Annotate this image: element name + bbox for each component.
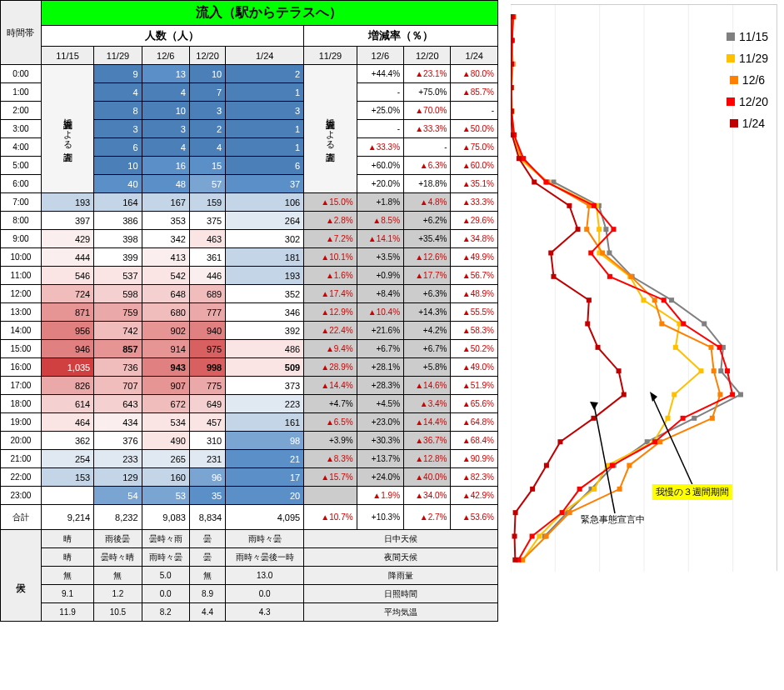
cell: 736 xyxy=(94,358,142,377)
svg-rect-45 xyxy=(537,534,542,539)
rate-cell: ▲15.7% xyxy=(304,468,357,487)
cell: 1 xyxy=(226,138,304,157)
rate-cell: ▲35.1% xyxy=(451,175,498,193)
weather-cell: 無 xyxy=(94,567,142,585)
svg-rect-43 xyxy=(592,487,597,492)
cell: 106 xyxy=(226,193,304,212)
rate-cell: ▲51.9% xyxy=(451,377,498,395)
cell: 975 xyxy=(189,340,225,358)
time-label: 12:00 xyxy=(1,285,42,303)
time-label: 20:00 xyxy=(1,432,42,450)
svg-rect-62 xyxy=(712,368,717,373)
weather-cell: 曇時々晴 xyxy=(94,548,142,567)
cell: 643 xyxy=(94,395,142,413)
cell: 871 xyxy=(41,303,93,322)
rate-cell: ▲34.0% xyxy=(404,487,451,505)
rate-cell: +6.3% xyxy=(404,285,451,303)
rate-cell: +6.7% xyxy=(357,340,403,358)
svg-rect-93 xyxy=(530,534,535,539)
chart-panel: 0 200 400 600 800 1,000 1,200 11/15 11/2… xyxy=(498,0,784,622)
rate-cell: ▲68.4% xyxy=(451,432,498,450)
rate-cell: ▲64.8% xyxy=(451,413,498,432)
rdate-1129: 11/29 xyxy=(304,47,357,65)
legend-label: 12/20 xyxy=(739,95,768,108)
date-0124: 1/24 xyxy=(226,47,304,65)
total-label: 合計 xyxy=(1,505,42,530)
col-time-header: 時間帯 xyxy=(1,1,42,65)
cell: 398 xyxy=(94,230,142,248)
cell: 463 xyxy=(189,230,225,248)
time-label: 2:00 xyxy=(1,102,42,120)
cell: 10 xyxy=(94,157,142,175)
rate-cell: ▲28.9% xyxy=(304,358,357,377)
weather-row: 天候晴雨後曇曇時々雨曇雨時々曇日中天候 xyxy=(1,530,498,548)
cell: 724 xyxy=(41,285,93,303)
legend-item: 11/15 xyxy=(727,30,768,43)
svg-rect-82 xyxy=(607,274,612,279)
cell: 775 xyxy=(189,377,225,395)
cell: 352 xyxy=(226,285,304,303)
svg-rect-39 xyxy=(672,392,677,398)
cell: 57 xyxy=(189,175,225,193)
time-label: 21:00 xyxy=(1,450,42,468)
cell: 940 xyxy=(189,322,225,340)
rate-cell: ▲58.3% xyxy=(451,322,498,340)
rate-cell: ▲10.4% xyxy=(357,303,403,322)
cell: 429 xyxy=(41,230,93,248)
trate-1206: +10.3% xyxy=(357,505,403,530)
table-row: 11:00546537542446193▲1.6%+0.9%▲17.7%▲56.… xyxy=(1,267,498,285)
cell: 264 xyxy=(226,212,304,230)
weather-row: 9.11.20.08.90.0日照時間 xyxy=(1,585,498,603)
cell: 1 xyxy=(226,83,304,102)
weather-row: 晴曇時々晴雨時々曇曇雨時々曇後一時夜間天候 xyxy=(1,548,498,567)
time-label: 8:00 xyxy=(1,212,42,230)
table-panel: 時間帯 流入（駅からテラスへ） 人数（人） 増減率（％） 11/15 11/29… xyxy=(0,0,498,622)
rate-cell: ▲80.0% xyxy=(451,65,498,83)
total-0124: 4,095 xyxy=(226,505,304,530)
time-label: 10:00 xyxy=(1,248,42,267)
table-row: 16:001,035736943998509▲28.9%+28.1%+5.8%▲… xyxy=(1,358,498,377)
svg-rect-115 xyxy=(530,487,535,492)
svg-rect-83 xyxy=(662,298,667,302)
rate-cell: ▲33.3% xyxy=(404,120,451,138)
svg-rect-13 xyxy=(702,322,707,327)
weather-cell: 4.3 xyxy=(226,603,304,622)
cell: 1,035 xyxy=(41,358,93,377)
rate-cell: ▲49.0% xyxy=(451,358,498,377)
weather-row: 11.910.58.24.44.3平均気温 xyxy=(1,603,498,622)
rdate-0124: 1/24 xyxy=(451,47,498,65)
rate-cell: ▲14.1% xyxy=(357,230,403,248)
table-row: 19:00464434534457161▲6.5%+23.0%▲14.4%▲64… xyxy=(1,413,498,432)
cell: 946 xyxy=(41,340,93,358)
trate-1220: ▲2.7% xyxy=(404,505,451,530)
svg-rect-58 xyxy=(629,274,634,279)
weather-cell: 8.2 xyxy=(142,603,189,622)
svg-rect-107 xyxy=(587,298,592,302)
weather-cell: 晴 xyxy=(41,548,93,567)
cell: 3 xyxy=(94,120,142,138)
cell: 546 xyxy=(41,267,93,285)
table-row: 8:00397386353375264▲2.8%▲8.5%+6.2%▲29.6% xyxy=(1,212,498,230)
svg-rect-87 xyxy=(730,392,735,398)
cell: 362 xyxy=(41,432,93,450)
svg-rect-15 xyxy=(718,368,723,373)
legend-label: 11/15 xyxy=(739,30,768,43)
rate-cell: ▲14.4% xyxy=(304,377,357,395)
rate-cell: +30.3% xyxy=(357,432,403,450)
rate-cell: ▲34.8% xyxy=(451,230,498,248)
cell: 40 xyxy=(94,175,142,193)
table-row: 7:00193164167159106▲15.0%+1.8%▲4.8%▲33.3… xyxy=(1,193,498,212)
cell: 998 xyxy=(189,358,225,377)
svg-rect-99 xyxy=(511,109,513,114)
rate-cell: +13.7% xyxy=(357,450,403,468)
cell: 486 xyxy=(226,340,304,358)
rate-cell: ▲3.4% xyxy=(404,395,451,413)
rate-cell: +4.7% xyxy=(304,395,357,413)
weather-cell: 10.5 xyxy=(94,603,142,622)
cell: 302 xyxy=(226,230,304,248)
cell: 907 xyxy=(142,377,189,395)
rate-cell: ▲65.6% xyxy=(451,395,498,413)
rate-cell: ▲17.7% xyxy=(404,267,451,285)
rate-cell: ▲14.6% xyxy=(404,377,451,395)
svg-rect-108 xyxy=(585,322,590,327)
